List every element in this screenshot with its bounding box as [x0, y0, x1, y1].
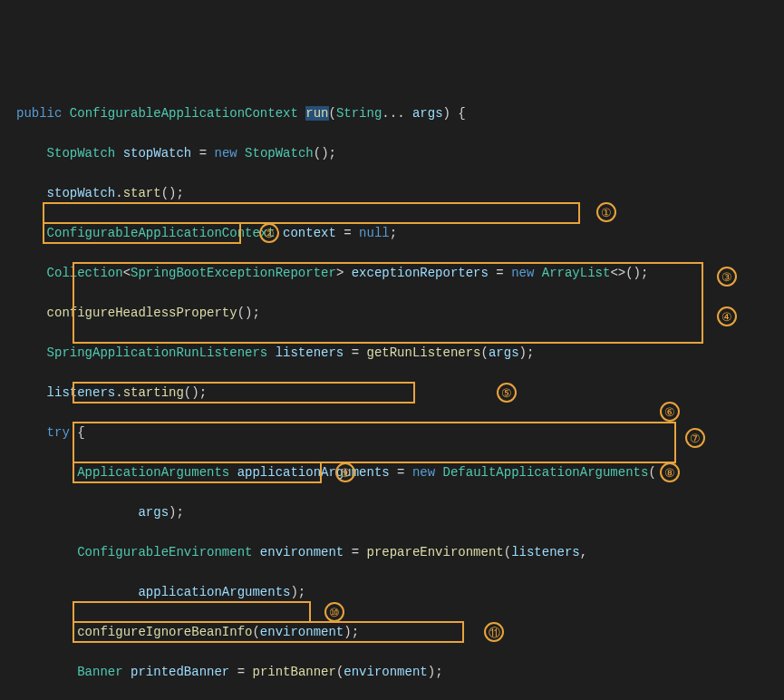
code-line: stopWatch.start();: [16, 183, 784, 203]
annotation-circle-7: ⑦: [685, 428, 705, 448]
code-line: listeners.starting();: [16, 383, 784, 403]
highlight-box-10: [73, 601, 311, 623]
annotation-circle-11: ⑪: [484, 622, 504, 642]
annotation-circle-3: ③: [717, 267, 737, 287]
code-line: try {: [16, 423, 784, 442]
annotation-circle-9: ⑨: [335, 462, 355, 482]
annotation-circle-1: ①: [596, 202, 616, 222]
code-line: ConfigurableApplicationContext context =…: [16, 223, 784, 243]
code-line: Collection<SpringBootExceptionReporter> …: [16, 263, 784, 283]
code-line: configureIgnoreBeanInfo(environment);: [16, 622, 784, 642]
highlight-box-1: [43, 202, 580, 224]
annotation-circle-2: ②: [259, 223, 279, 243]
code-line: args);: [16, 502, 784, 522]
code-line: public ConfigurableApplicationContext ru…: [16, 103, 784, 123]
code-line: StopWatch stopWatch = new StopWatch();: [16, 143, 784, 163]
code-line: configureHeadlessProperty();: [16, 303, 784, 323]
code-line: ConfigurableEnvironment environment = pr…: [16, 542, 784, 562]
annotation-circle-8: ⑧: [660, 462, 680, 482]
code-line: applicationArguments);: [16, 582, 784, 602]
code-line: SpringApplicationRunListeners listeners …: [16, 343, 784, 363]
code-editor[interactable]: public ConfigurableApplicationContext ru…: [16, 83, 784, 700]
annotation-circle-6: ⑥: [660, 402, 680, 422]
annotation-circle-5: ⑤: [497, 383, 517, 403]
annotation-circle-4: ④: [717, 306, 737, 326]
annotation-circle-10: ⑩: [324, 602, 344, 622]
code-line: Banner printedBanner = printBanner(envir…: [16, 662, 784, 682]
